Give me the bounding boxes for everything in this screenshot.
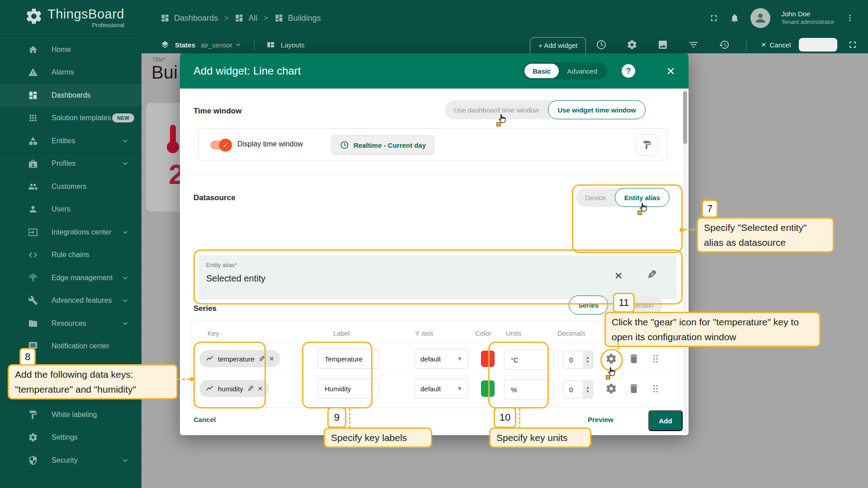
yaxis-select[interactable]: default ▼: [415, 349, 468, 369]
top-bar: ThingsBoard Professional Dashboards > Al…: [0, 0, 868, 36]
scrollbar-thumb[interactable]: [683, 91, 687, 144]
sidebar-item-advanced-features[interactable]: Advanced features: [0, 290, 142, 313]
step-10-callout: Specify key units: [489, 427, 591, 448]
dashboard-title-label: Title*: [152, 56, 165, 63]
chevron-down-icon: [234, 41, 242, 49]
close-icon: ×: [761, 40, 766, 50]
series-gear-icon[interactable]: [605, 383, 617, 394]
sidebar-item-security[interactable]: Security: [0, 449, 142, 472]
sidebar-item-users[interactable]: Users: [0, 198, 142, 221]
filter-icon[interactable]: [688, 39, 699, 50]
brand-logo[interactable]: ThingsBoard Professional: [25, 6, 124, 28]
add-button[interactable]: Add: [648, 410, 683, 431]
highlight-units-column: [488, 342, 549, 408]
display-time-window-label: Display time window: [237, 140, 303, 148]
basic-tab[interactable]: Basic: [524, 64, 559, 78]
breadcrumb-separator: >: [264, 14, 268, 22]
sidebar-item-integrations-center[interactable]: Integrations center: [0, 221, 142, 244]
decimals-stepper[interactable]: 0 ▲▼: [563, 380, 593, 399]
avatar[interactable]: [750, 8, 770, 28]
sidebar-item-profiles[interactable]: Profiles: [0, 153, 142, 176]
person-icon: [754, 11, 767, 25]
customers-group-icon: [28, 182, 38, 192]
sidebar-item-white-labeling[interactable]: White labeling: [0, 404, 142, 427]
check-icon: ✓: [806, 41, 811, 49]
chevron-down-icon: [121, 273, 130, 282]
layouts-icon: [266, 40, 275, 49]
remove-key-icon[interactable]: ×: [269, 354, 274, 364]
dashboard-title-input: Bui: [151, 62, 178, 83]
drag-handle-icon[interactable]: [650, 383, 661, 394]
step-11-badge: 11: [613, 293, 635, 313]
breadcrumb-dashboards[interactable]: Dashboards: [160, 14, 218, 23]
connector-dot: [679, 228, 684, 232]
sidebar-item-home[interactable]: Home: [0, 38, 142, 61]
connector-line-7: [684, 229, 698, 230]
realtime-button[interactable]: Realtime - Current day: [331, 135, 434, 155]
help-icon[interactable]: ?: [622, 64, 635, 78]
connector-line-10: [519, 408, 520, 428]
dialog-cancel-button[interactable]: Cancel: [193, 416, 216, 423]
dashboard-image-icon[interactable]: [657, 39, 668, 50]
sidebar-item-settings[interactable]: Settings: [0, 427, 142, 450]
notifications-bell-icon[interactable]: [730, 13, 740, 23]
connector-line-9: [349, 408, 350, 428]
thingsboard-screen: ThingsBoard Professional Dashboards > Al…: [0, 0, 868, 488]
breadcrumb-all[interactable]: All: [235, 14, 257, 23]
display-time-window-toggle[interactable]: ✓: [210, 141, 231, 150]
advanced-tab[interactable]: Advanced: [559, 64, 605, 78]
stepper-arrows-icon[interactable]: ▲▼: [583, 381, 593, 398]
pointer-cursor-icon: [637, 202, 650, 215]
edit-save-button[interactable]: ✓ Save: [799, 38, 837, 52]
time-window-card: ✓ Display time window Realtime - Current…: [198, 128, 667, 161]
highlight-entity-alias-toggle: [572, 184, 683, 253]
column-header-key: Key: [208, 329, 219, 337]
decimals-stepper[interactable]: 0 ▲▼: [563, 351, 593, 369]
breadcrumb-buildings[interactable]: Buildings: [274, 14, 321, 23]
step-7-badge: 7: [702, 200, 718, 218]
yaxis-select[interactable]: default ▼: [415, 379, 468, 399]
chevron-down-icon: [121, 319, 130, 328]
alarms-warning-icon: [28, 67, 38, 77]
dashboards-icon: [28, 90, 38, 100]
sidebar-item-customers[interactable]: Customers: [0, 175, 142, 198]
drag-handle-icon[interactable]: [650, 353, 661, 365]
layouts-label[interactable]: Layouts: [281, 41, 305, 49]
sidebar-item-dashboards[interactable]: Dashboards: [0, 84, 142, 107]
user-info[interactable]: John Doe Tenant administrator: [781, 10, 835, 26]
sidebar-item-alarms[interactable]: Alarms: [0, 61, 142, 84]
sidebar-item-resources[interactable]: Resources: [0, 312, 142, 335]
close-icon[interactable]: ×: [666, 64, 675, 78]
sidebar-item-entities[interactable]: Entities: [0, 130, 142, 153]
connector-line-11: [618, 343, 619, 350]
series-heading: Series: [193, 304, 217, 313]
dashboard-settings-gear-icon[interactable]: [627, 39, 637, 50]
users-person-icon: [28, 204, 38, 214]
dialog-title: Add widget: Line chart: [193, 65, 301, 77]
toolbar-fullscreen-icon[interactable]: [847, 39, 858, 50]
timewindow-style-button[interactable]: [636, 134, 658, 156]
state-select[interactable]: air_sensor: [201, 41, 242, 49]
sidebar-item-rule-chains[interactable]: Rule chains: [0, 244, 142, 267]
modal-scrollbar[interactable]: [683, 90, 687, 433]
sidebar-item-edge-management[interactable]: Edge management: [0, 267, 142, 290]
stepper-arrows-icon[interactable]: ▲▼: [583, 351, 593, 368]
edit-cancel-button[interactable]: × Cancel: [761, 40, 791, 50]
thingsboard-logo-icon: [25, 7, 43, 25]
more-vertical-icon[interactable]: [845, 13, 854, 23]
breadcrumb-separator: >: [224, 14, 228, 22]
trash-icon[interactable]: [628, 353, 640, 365]
version-history-icon[interactable]: [719, 39, 730, 50]
tools-icon: [28, 296, 38, 305]
fullscreen-icon[interactable]: [709, 13, 719, 23]
trash-icon[interactable]: [628, 383, 640, 394]
column-header-label: Label: [333, 329, 350, 337]
use-widget-time-window-option[interactable]: Use widget time window: [548, 100, 645, 119]
section-divider: [187, 174, 681, 175]
timewindow-clock-icon[interactable]: [596, 39, 607, 50]
add-widget-button[interactable]: + Add widget: [530, 37, 586, 53]
preview-button[interactable]: Preview: [588, 416, 613, 423]
dropdown-arrow-icon: ▼: [457, 356, 462, 362]
highlight-label-column: [302, 342, 373, 408]
sidebar-item-solution-templates[interactable]: Solution templates NEW: [0, 107, 142, 130]
